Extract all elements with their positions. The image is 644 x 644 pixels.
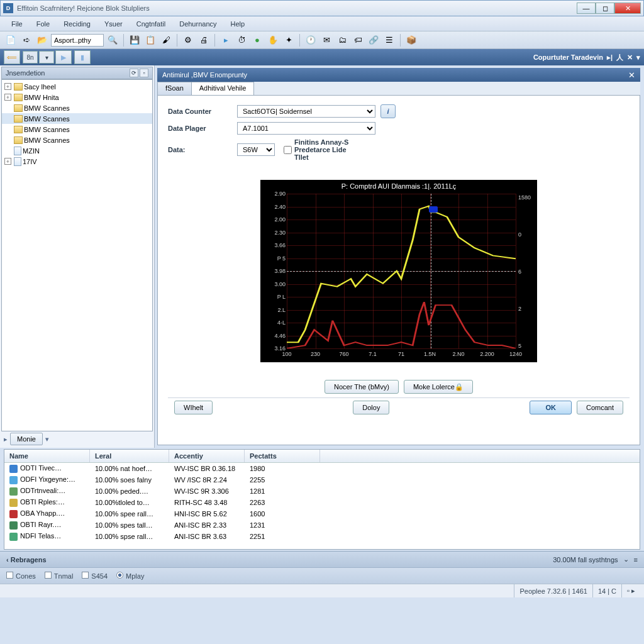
tb-mail-icon[interactable]: ✉ <box>319 33 333 47</box>
statusbar-2: Cones Tnmal S454 Mplay <box>0 567 644 584</box>
tb-new-icon[interactable]: 📄 <box>4 33 18 47</box>
tb-flag-icon[interactable]: ▸ <box>219 33 233 47</box>
menu-fole[interactable]: Fole <box>30 18 56 30</box>
tb-spark-icon[interactable]: ✦ <box>282 33 296 47</box>
menu-help[interactable]: Help <box>225 18 252 30</box>
dropdown-icon[interactable]: ▾ <box>39 51 54 64</box>
col-name[interactable]: Name <box>4 450 90 462</box>
tb-doc-icon[interactable]: 📋 <box>143 33 157 47</box>
menu-dehurnancy[interactable]: Dehurnancy <box>173 18 223 30</box>
zn-button[interactable]: 8n <box>23 51 38 64</box>
tb-arrow-icon[interactable]: ➪ <box>19 33 33 47</box>
tree-item[interactable]: BMW Scannes <box>2 124 152 135</box>
tree-item[interactable]: BMW Scannes <box>2 113 152 124</box>
rebragens-link[interactable]: ‹ Rebragens <box>6 556 47 564</box>
table-body[interactable]: ODTI Tivec…10.00% nat hoef…WV-ISC BR 0.3… <box>4 463 640 549</box>
tree-item[interactable]: BMW Scannes <box>2 103 152 113</box>
close-button[interactable]: ✕ <box>614 3 641 14</box>
toolbar-input[interactable] <box>51 34 104 47</box>
tab-scan[interactable]: fSoan <box>157 82 192 95</box>
tb-link-icon[interactable]: 🔗 <box>367 33 380 47</box>
table-row[interactable]: NDFI Telas…10.00% spse rall…ANI-ISC BR 3… <box>4 531 640 542</box>
minimize-button[interactable]: — <box>577 3 596 14</box>
data-select[interactable]: S6W <box>237 143 275 156</box>
maximize-button[interactable]: ◻ <box>596 3 614 14</box>
table-row[interactable]: ODTI Tivec…10.00% nat hoef…WV-ISC BR 0.3… <box>4 463 640 474</box>
whelt-button[interactable]: WIhelt <box>174 401 213 414</box>
close-perspective-icon[interactable]: ✕ <box>627 53 633 62</box>
menu-reciding[interactable]: Reciding <box>57 18 97 30</box>
tree-item[interactable]: MZIN <box>2 145 152 156</box>
check-label[interactable]: Finitins Annay-S Predetarce Lide Tllet <box>284 138 353 161</box>
tb-hand-icon[interactable]: ✋ <box>266 33 280 47</box>
tb-brush-icon[interactable]: 🖌 <box>159 33 173 47</box>
menu-cngtnfatil[interactable]: Cngtnfatil <box>130 18 172 30</box>
tb-search-icon[interactable]: 🔍 <box>106 33 119 47</box>
sidebar-chevron-icon[interactable]: ▸ <box>4 435 8 443</box>
document-icon <box>14 147 21 155</box>
tb-clock-icon[interactable]: 🕐 <box>304 33 318 47</box>
info-button[interactable]: i <box>380 104 396 118</box>
table-row[interactable]: OBTI Rples:…10.00%tloled to…RITH-SC 48 3… <box>4 497 640 508</box>
tree-item[interactable]: + 17IV <box>2 156 152 167</box>
menu-ysuer[interactable]: Ysuer <box>98 18 129 30</box>
toolbar2: ⟸ 8n ▾ ▶ ▮ Copurtuter Taradevin ▸| 人 ✕ ▾ <box>0 49 644 65</box>
comcant-button[interactable]: Comcant <box>577 401 623 414</box>
check-box[interactable] <box>284 146 292 154</box>
table-row[interactable]: ODTrtnveali:…10.00% peded.…WV-ISC 9R 3.3… <box>4 486 640 497</box>
status-chevron-icon[interactable]: ⌄ <box>623 555 629 564</box>
tb-stack-icon[interactable]: ☰ <box>382 33 396 47</box>
table-row[interactable]: ODFI Yixgeyne:…10.00% soes falnyWV /ISC … <box>4 474 640 486</box>
window-title: Effitoin Scafrnitery! Rejcione Blok Stul… <box>17 4 577 12</box>
tree-item[interactable]: + Sacy lheel <box>2 81 152 92</box>
back-icon[interactable]: ⟸ <box>4 50 20 64</box>
chk-s454[interactable]: S454 <box>82 572 108 580</box>
tree[interactable]: + Sacy lheel+ BMW Hnita BMW Scannes BMW … <box>1 79 153 431</box>
monie-button[interactable]: Monie <box>10 433 43 445</box>
col-pectatts[interactable]: Pectatts <box>245 450 320 462</box>
chk-tnmal[interactable]: Tnmal <box>45 572 74 580</box>
statusbar-3: Peoplee 7.32.6 | 1461 14 | C ▫ ▸ <box>0 584 644 597</box>
tb-cards-icon[interactable]: 🗂 <box>335 33 349 47</box>
perspective-menu-icon[interactable]: ▾ <box>636 53 640 62</box>
tb-box-icon[interactable]: 📦 <box>404 33 418 47</box>
chk-cones[interactable]: Cones <box>6 572 36 580</box>
status-menu-icon[interactable]: ≡ <box>634 556 638 564</box>
tb-open-icon[interactable]: 📂 <box>35 33 49 47</box>
nocer-button[interactable]: Nocer The (bMvy) <box>325 380 399 394</box>
tb-gear-icon[interactable]: ⚙ <box>181 33 195 47</box>
ok-button[interactable]: OK <box>530 401 572 414</box>
data-counter-label: Data Counter <box>168 108 237 115</box>
radio-mplay[interactable]: Mplay <box>116 572 144 580</box>
folder-icon <box>14 115 23 123</box>
folder-icon <box>14 83 23 91</box>
data-player-select[interactable]: A7.1001 <box>237 122 375 135</box>
sidebar-min-icon[interactable]: ▫ <box>140 69 148 77</box>
sidebar-sync-icon[interactable]: ⟳ <box>130 69 138 77</box>
doc-body: Data Counter Sact6OTG| Soidernsel i Data… <box>157 96 640 445</box>
tree-item[interactable]: + BMW Hnita <box>2 92 152 103</box>
table-row[interactable]: OBTI Rayr.…10.00% spes tall…ANI-ISC BR 2… <box>4 519 640 531</box>
doc-close-icon[interactable]: ✕ <box>628 70 635 80</box>
tb-timer-icon[interactable]: ⏱ <box>235 33 248 47</box>
chart-marker[interactable] <box>429 206 438 213</box>
person-icon[interactable]: 人 <box>616 53 623 62</box>
menu-file[interactable]: File <box>5 18 29 30</box>
tree-item[interactable]: BMW Scannes <box>2 135 152 145</box>
chart-title: P: Comptrd AUI Dlanmais :1|. 2011Lç <box>260 182 537 190</box>
doloy-button[interactable]: Doloy <box>353 401 389 414</box>
moke-button[interactable]: Moke Lolerce 🔒 <box>404 380 473 394</box>
record-icon[interactable]: ▮ <box>74 50 91 64</box>
tab-additional-vehicle[interactable]: Adhitival Vehile <box>191 82 255 95</box>
sidebar-more-icon[interactable]: ▾ <box>45 435 49 443</box>
data-counter-select[interactable]: Sact6OTG| Soidernsel <box>237 105 375 118</box>
perspective-pin-icon[interactable]: ▸| <box>607 53 613 62</box>
col-accentiy[interactable]: Accentiy <box>169 450 245 462</box>
tb-save-icon[interactable]: 💾 <box>128 33 142 47</box>
tb-green-icon[interactable]: ● <box>250 33 264 47</box>
table-row[interactable]: OBA Yhapp.…10.00% spee rall…HNI-ISC BR 5… <box>4 508 640 519</box>
col-leral[interactable]: Leral <box>90 450 169 462</box>
tb-tag-icon[interactable]: 🏷 <box>351 33 365 47</box>
tb-print-icon[interactable]: 🖨 <box>197 33 211 47</box>
play-icon[interactable]: ▶ <box>55 50 72 64</box>
